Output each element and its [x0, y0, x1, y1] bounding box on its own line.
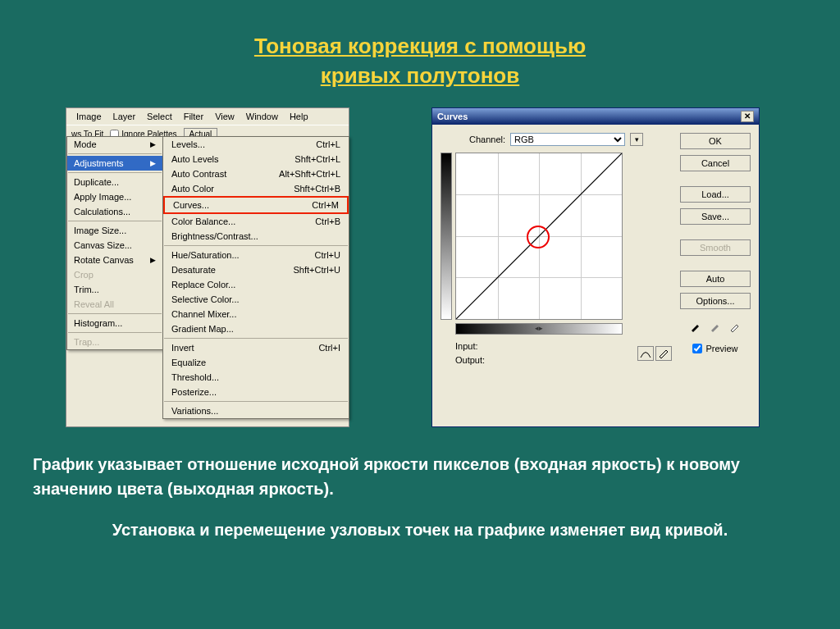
- ok-button[interactable]: OK: [680, 133, 751, 149]
- mi-canvas-size[interactable]: Canvas Size...: [67, 238, 162, 253]
- mi-adjustments[interactable]: Adjustments▶: [67, 156, 162, 171]
- preview-checkbox[interactable]: Preview: [680, 344, 751, 353]
- eyedropper-gray-icon[interactable]: [707, 318, 724, 335]
- menu-help[interactable]: Help: [285, 110, 313, 123]
- mi-histogram[interactable]: Histogram...: [67, 316, 162, 330]
- menu-window[interactable]: Window: [241, 110, 283, 123]
- mi-duplicate[interactable]: Duplicate...: [67, 175, 162, 189]
- curves-dialog: Curves ✕ Channel: RGB ▾: [431, 107, 760, 427]
- submenu-item[interactable]: Variations...: [163, 403, 349, 418]
- close-icon[interactable]: ✕: [741, 111, 754, 122]
- submenu-item[interactable]: Channel Mixer...: [163, 307, 349, 321]
- mi-trim[interactable]: Trim...: [67, 282, 162, 297]
- submenu-item[interactable]: Replace Color...: [163, 277, 349, 292]
- submenu-item[interactable]: InvertCtrl+I: [163, 340, 349, 355]
- curves-title: Curves: [437, 112, 468, 121]
- curves-graph[interactable]: [455, 153, 623, 320]
- submenu-item[interactable]: Threshold...: [163, 370, 349, 385]
- mi-apply-image[interactable]: Apply Image...: [67, 189, 162, 204]
- menu-filter[interactable]: Filter: [179, 110, 208, 123]
- channel-label: Channel:: [469, 134, 505, 144]
- adjustments-submenu: Levels...Ctrl+LAuto LevelsShft+Ctrl+LAut…: [162, 136, 349, 419]
- highlight-circle-icon: [527, 226, 550, 248]
- vertical-gradient: [441, 153, 452, 320]
- mi-calculations[interactable]: Calculations...: [67, 204, 162, 219]
- submenu-item[interactable]: Auto LevelsShft+Ctrl+L: [163, 152, 349, 166]
- auto-button[interactable]: Auto: [680, 271, 751, 287]
- slide-title: Тоновая коррекция с помощью кривых полут…: [0, 0, 840, 91]
- save-button[interactable]: Save...: [680, 208, 751, 225]
- submenu-item[interactable]: Hue/Saturation...Ctrl+U: [163, 248, 349, 262]
- submenu-item[interactable]: Posterize...: [163, 385, 349, 399]
- mi-image-size[interactable]: Image Size...: [67, 223, 162, 238]
- mi-crop: Crop: [67, 267, 162, 282]
- pencil-mode-icon[interactable]: [655, 346, 672, 361]
- eyedropper-black-icon[interactable]: [687, 318, 704, 335]
- submenu-item[interactable]: Auto ContrastAlt+Shft+Ctrl+L: [163, 166, 349, 181]
- submenu-item[interactable]: Brightness/Contrast...: [163, 229, 349, 244]
- curves-titlebar: Curves ✕: [432, 108, 759, 125]
- menu-view[interactable]: View: [210, 110, 240, 123]
- horizontal-gradient: ◂▸: [455, 323, 623, 335]
- menu-layer[interactable]: Layer: [108, 110, 141, 123]
- menubar: Image Layer Select Filter View Window He…: [66, 108, 349, 125]
- photoshop-menu-screenshot: Image Layer Select Filter View Window He…: [66, 107, 349, 427]
- eyedropper-white-icon[interactable]: [727, 318, 743, 335]
- menu-select[interactable]: Select: [142, 110, 177, 123]
- channel-select[interactable]: RGB: [510, 133, 625, 146]
- expand-icon[interactable]: ▾: [630, 133, 643, 146]
- load-button[interactable]: Load...: [680, 186, 751, 203]
- mi-rotate-canvas[interactable]: Rotate Canvas▶: [67, 253, 162, 267]
- submenu-item[interactable]: Gradient Map...: [163, 321, 349, 336]
- smooth-button: Smooth: [680, 239, 751, 256]
- submenu-item[interactable]: Equalize: [163, 355, 349, 370]
- input-label: Input:: [455, 340, 485, 354]
- submenu-item[interactable]: DesaturateShft+Ctrl+U: [163, 262, 349, 277]
- submenu-item[interactable]: Levels...Ctrl+L: [163, 137, 349, 152]
- image-dropdown: Mode▶ Adjustments▶ Duplicate... Apply Im…: [66, 136, 163, 350]
- cancel-button[interactable]: Cancel: [680, 155, 751, 171]
- mi-mode[interactable]: Mode▶: [67, 137, 162, 152]
- menu-image[interactable]: Image: [71, 110, 107, 123]
- submenu-item[interactable]: Selective Color...: [163, 292, 349, 307]
- description-text: График указывает отношение исходной ярко…: [0, 427, 840, 542]
- curve-mode-icon[interactable]: [637, 346, 654, 361]
- options-button[interactable]: Options...: [680, 293, 751, 309]
- mi-reveal-all: Reveal All: [67, 297, 162, 312]
- mi-trap: Trap...: [67, 335, 162, 349]
- output-label: Output:: [455, 353, 485, 368]
- submenu-item[interactable]: Auto ColorShft+Ctrl+B: [163, 181, 349, 196]
- submenu-item[interactable]: Color Balance...Ctrl+B: [163, 214, 349, 229]
- mi-curves[interactable]: Curves...Ctrl+M: [165, 198, 347, 212]
